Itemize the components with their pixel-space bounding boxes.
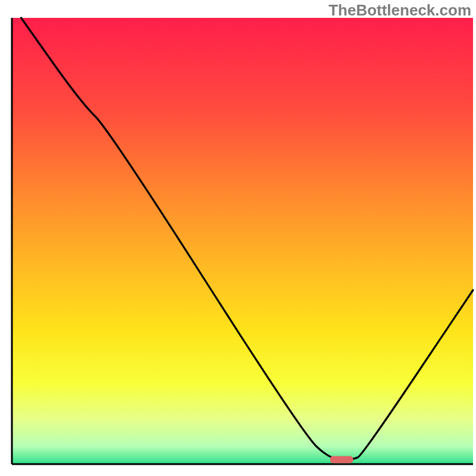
chart-container: TheBottleneck.com <box>0 0 476 476</box>
watermark-text: TheBottleneck.com <box>328 1 471 20</box>
chart-plot <box>0 0 476 476</box>
chart-gradient-background <box>12 18 473 464</box>
plateau-marker <box>330 456 353 464</box>
